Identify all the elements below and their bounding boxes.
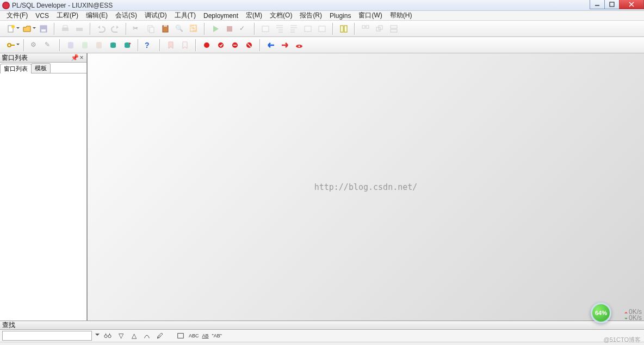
svg-rect-14 [164, 25, 167, 27]
breakpoint-2-button[interactable] [215, 39, 227, 51]
breakpoint-4-button[interactable] [243, 39, 255, 51]
indent-in-button [274, 23, 286, 35]
svg-rect-8 [62, 28, 69, 31]
svg-rect-46 [178, 334, 184, 338]
comment-button [302, 23, 314, 35]
menu-plugins[interactable]: Plugins [326, 12, 355, 20]
menu-window[interactable]: 窗口(W) [355, 11, 386, 20]
close-button[interactable] [619, 0, 644, 9]
svg-point-35 [218, 42, 224, 48]
side-panel: 窗口列表 📌 × 窗口列表 模板 [0, 53, 87, 321]
panel-close-icon[interactable]: × [78, 54, 85, 61]
menu-edit[interactable]: 编辑(E) [82, 11, 112, 20]
search-dropdown[interactable] [95, 334, 100, 338]
menu-bar: 文件(F) VCS 工程(P) 编辑(E) 会话(S) 调试(D) 工具(T) … [0, 11, 644, 21]
svg-point-30 [82, 42, 88, 44]
svg-rect-12 [150, 27, 154, 33]
svg-rect-18 [319, 26, 325, 32]
open-button[interactable] [21, 23, 33, 35]
search-up-icon[interactable]: △ [129, 331, 139, 341]
replace-button: 🔁 [188, 23, 200, 35]
window-cascade-button [374, 23, 386, 35]
nav-back-button[interactable] [265, 39, 277, 51]
undo-button [95, 23, 107, 35]
menu-file[interactable]: 文件(F) [3, 11, 32, 20]
minimize-button[interactable] [590, 0, 605, 9]
explain-button [259, 23, 271, 35]
nav-forward-button[interactable] [279, 39, 291, 51]
window-buttons [590, 0, 644, 9]
search-input[interactable] [2, 331, 92, 341]
network-status: 0K/s 0K/s [624, 309, 642, 321]
new-dropdown[interactable] [16, 23, 20, 35]
commit-button: ✓ [238, 23, 250, 35]
key-button[interactable] [5, 39, 17, 51]
maximize-button[interactable] [604, 0, 620, 9]
window-split-button [388, 23, 400, 35]
cut-button: ✂ [131, 23, 143, 35]
svg-rect-11 [148, 26, 152, 31]
menu-report[interactable]: 报告(R) [296, 11, 326, 20]
svg-rect-1 [610, 2, 614, 7]
paste-button[interactable] [159, 23, 171, 35]
regex-icon[interactable] [142, 331, 152, 341]
object-browser-button[interactable] [338, 23, 350, 35]
pin-icon[interactable]: 📌 [71, 54, 77, 61]
db-button-2 [79, 39, 91, 51]
search-header: 查找 [0, 321, 644, 330]
in-selection-icon[interactable] [176, 331, 185, 341]
db-commit-button[interactable] [107, 39, 119, 51]
svg-point-41 [299, 45, 300, 47]
nav-target-button[interactable] [293, 39, 305, 51]
tab-template[interactable]: 模板 [31, 63, 51, 73]
open-dropdown[interactable] [32, 23, 36, 35]
menu-debug[interactable]: 调试(D) [141, 11, 171, 20]
toolbar-secondary: ⚙ ✎ ? [0, 37, 644, 53]
menu-project[interactable]: 工程(P) [53, 11, 82, 20]
side-panel-body [0, 73, 86, 321]
save-button [38, 23, 49, 35]
menu-help[interactable]: 帮助(H) [386, 11, 416, 20]
key-dropdown[interactable] [16, 39, 20, 51]
svg-point-43 [108, 335, 111, 337]
indent-out-button [288, 23, 300, 35]
svg-rect-25 [391, 26, 397, 28]
bookmark-add-button [165, 39, 177, 51]
menu-vcs[interactable]: VCS [32, 12, 53, 20]
highlight-icon[interactable]: 🖊 [155, 331, 165, 341]
quoted-ab-icon[interactable]: "AB" [212, 331, 222, 341]
watermark-text: http://blog.csdn.net/ [314, 182, 418, 192]
svg-rect-7 [41, 29, 46, 32]
print-preview-button [73, 23, 85, 35]
app-icon [2, 2, 10, 9]
svg-rect-26 [391, 29, 397, 32]
svg-point-27 [8, 44, 11, 47]
compile-button: ⚙ [29, 39, 41, 51]
svg-rect-22 [366, 26, 369, 28]
help-button[interactable]: ? [143, 39, 155, 51]
binoculars-icon[interactable] [103, 331, 113, 341]
svg-rect-20 [344, 26, 347, 32]
menu-document[interactable]: 文档(O) [266, 11, 296, 20]
menu-macro[interactable]: 宏(M) [242, 11, 266, 20]
stop-button [224, 23, 236, 35]
breakpoint-1-button[interactable] [201, 39, 213, 51]
menu-tools[interactable]: 工具(T) [171, 11, 200, 20]
case-abc-icon[interactable]: ABC [189, 331, 199, 341]
search-bar: ▽ △ 🖊 ABC AB "AB" [0, 330, 644, 342]
side-panel-header: 窗口列表 📌 × [0, 53, 86, 63]
menu-deployment[interactable]: Deployment [200, 12, 242, 20]
db-rollback-button[interactable] [121, 39, 133, 51]
print-button [59, 23, 71, 35]
breakpoint-3-button[interactable] [229, 39, 241, 51]
svg-rect-6 [40, 26, 47, 32]
uncomment-button [316, 23, 328, 35]
svg-rect-15 [227, 26, 232, 32]
tab-window-list[interactable]: 窗口列表 [0, 64, 32, 73]
search-down-icon[interactable]: ▽ [116, 331, 126, 341]
new-button[interactable] [5, 23, 17, 35]
side-panel-tabs: 窗口列表 模板 [0, 63, 86, 73]
menu-session[interactable]: 会话(S) [112, 11, 141, 20]
svg-rect-10 [76, 28, 83, 31]
whole-word-icon[interactable]: AB [202, 331, 209, 341]
